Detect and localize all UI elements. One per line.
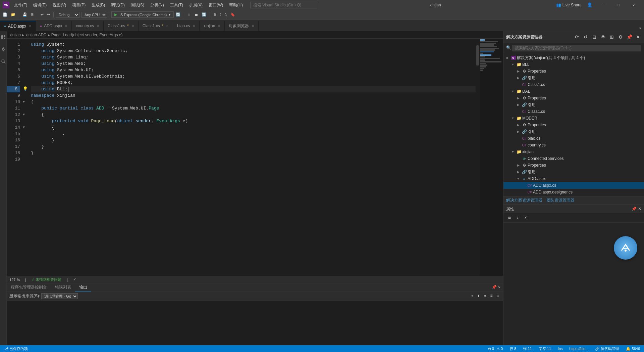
project-moder[interactable]: ▼ 📁 MODER bbox=[503, 115, 644, 122]
live-share-button[interactable]: 👥 Live Share bbox=[553, 3, 584, 7]
toolbar-open[interactable]: 📁 bbox=[9, 12, 17, 17]
se-sync-icon[interactable]: ⟳ bbox=[574, 34, 580, 40]
gutter-collapse-10[interactable]: ▼ bbox=[23, 99, 28, 105]
toolbar-stop[interactable]: ⏹ bbox=[193, 12, 200, 17]
global-search-input[interactable] bbox=[250, 2, 317, 8]
tab-pkg-mgr[interactable]: 程序包管理器控制台 bbox=[7, 283, 51, 292]
tab-close-8-icon[interactable]: ✕ bbox=[252, 24, 254, 28]
solution-explorer-link[interactable]: 解决方案资源管理器 bbox=[506, 197, 542, 203]
tab-obj-browser[interactable]: 对象浏览器 ✕ bbox=[225, 21, 259, 31]
tab-country-cs[interactable]: country.cs ✕ bbox=[72, 21, 104, 31]
menu-extensions[interactable]: 扩展(X) bbox=[186, 1, 205, 9]
tab-close-4-icon[interactable]: ✕ bbox=[131, 24, 134, 28]
toolbar-new-project[interactable]: 📄 bbox=[1, 12, 9, 17]
project-dal[interactable]: ▼ 📁 DAL bbox=[503, 88, 644, 95]
dal-references[interactable]: ▶ 🔗 引用 bbox=[503, 101, 644, 108]
menu-analyze[interactable]: 分析(N) bbox=[148, 1, 167, 9]
bll-references[interactable]: ▶ 🔗 引用 bbox=[503, 75, 644, 81]
tab-class1-cs-1[interactable]: Class1.cs* ✕ bbox=[104, 21, 139, 31]
platform-dropdown[interactable]: Any CPU bbox=[82, 12, 107, 18]
output-source-dropdown[interactable]: 源代码管理 - Git bbox=[41, 293, 78, 299]
collapse-icon-14[interactable]: ▼ bbox=[23, 124, 25, 131]
menu-file[interactable]: 文件(F) bbox=[11, 1, 30, 9]
toolbar-undo[interactable]: ↩ bbox=[39, 12, 45, 17]
dal-class1[interactable]: ▶ C# Class1.cs bbox=[503, 108, 644, 115]
tab-overflow-btn[interactable]: ▾ bbox=[639, 26, 644, 31]
bll-properties[interactable]: ▶ ⚙ Properties bbox=[503, 68, 644, 75]
debug-config-dropdown[interactable]: Debug Release bbox=[56, 12, 79, 18]
collapse-icon-12[interactable]: ▼ bbox=[23, 112, 25, 118]
menu-view[interactable]: 视图(V) bbox=[50, 1, 69, 9]
activity-search-icon[interactable] bbox=[0, 58, 7, 65]
scrollbar-thumb[interactable] bbox=[476, 45, 479, 65]
panel-pin-icon[interactable]: 📌 bbox=[492, 285, 497, 290]
menu-window[interactable]: 窗口(W) bbox=[206, 1, 226, 9]
menu-test[interactable]: 测试(S) bbox=[128, 1, 147, 9]
moder-properties[interactable]: ▶ ⚙ Properties bbox=[503, 122, 644, 128]
menu-help[interactable]: 帮助(H) bbox=[226, 1, 246, 9]
tab-error-list[interactable]: 错误列表 bbox=[51, 283, 75, 292]
xinjian-add-aspx-cs[interactable]: ▶ C# ADD.aspx.cs bbox=[503, 182, 644, 189]
tab-class1-cs-2[interactable]: Class1.cs* ✕ bbox=[139, 21, 173, 31]
toolbar-bookmark[interactable]: 🔖 bbox=[229, 12, 236, 17]
editor-scrollbar-v[interactable] bbox=[476, 39, 480, 276]
status-row[interactable]: 行 8 bbox=[508, 346, 518, 351]
properties-pin-icon[interactable]: 📌 bbox=[632, 207, 637, 211]
menu-build[interactable]: 生成(B) bbox=[89, 1, 108, 9]
tab-close-7-icon[interactable]: ✕ bbox=[218, 24, 220, 28]
menu-tools[interactable]: 工具(T) bbox=[167, 1, 186, 9]
tab-output[interactable]: 输出 bbox=[75, 283, 91, 292]
toolbar-git-3[interactable]: ⤵ bbox=[224, 12, 228, 17]
xinjian-properties[interactable]: ▶ ⚙ Properties bbox=[503, 162, 644, 169]
toolbar-redo[interactable]: ↪ bbox=[46, 12, 51, 17]
toolbar-refresh[interactable]: 🔄 bbox=[174, 12, 182, 17]
output-btn-3[interactable]: ⚙ bbox=[482, 293, 487, 299]
se-refresh-icon[interactable]: ↺ bbox=[582, 34, 589, 40]
se-settings-icon[interactable]: ⚙ bbox=[617, 34, 624, 40]
se-show-all-icon[interactable]: 👁 bbox=[600, 34, 606, 40]
moder-biao[interactable]: ▶ C# biao.cs bbox=[503, 135, 644, 142]
tab-close-5-icon[interactable]: ✕ bbox=[166, 24, 169, 28]
zoom-level[interactable]: 127 % bbox=[9, 278, 20, 282]
xinjian-add-aspx-designer[interactable]: ▶ C# ADD.aspx.designer.cs bbox=[503, 189, 644, 195]
properties-category-icon[interactable]: ⊞ bbox=[506, 215, 513, 221]
status-connected[interactable]: ⎇ 已保存的项 bbox=[3, 346, 29, 351]
gutter-collapse-12[interactable]: ▼ bbox=[23, 112, 28, 118]
status-url[interactable]: https://blo... bbox=[568, 347, 590, 351]
team-explorer-link[interactable]: 团队资源管理器 bbox=[546, 197, 575, 203]
bll-class1[interactable]: ▶ C# Class1.cs bbox=[503, 81, 644, 88]
se-pin-icon[interactable]: 📌 bbox=[626, 34, 633, 40]
toolbar-restart[interactable]: 🔃 bbox=[200, 12, 208, 17]
status-ins[interactable]: Ins bbox=[556, 347, 564, 351]
tab-close-icon[interactable]: ✕ bbox=[29, 24, 32, 28]
toolbar-pause[interactable]: ⏸ bbox=[186, 12, 193, 17]
se-collapse-icon[interactable]: ⊟ bbox=[591, 34, 598, 40]
properties-close-icon[interactable]: ✕ bbox=[638, 207, 641, 211]
status-errors[interactable]: ⊗ 0 ⚠ 0 bbox=[487, 347, 504, 351]
toolbar-save[interactable]: 💾 bbox=[21, 12, 29, 17]
tab-biao-cs[interactable]: biao.cs ✕ bbox=[173, 21, 200, 31]
output-btn-2[interactable]: ⬇ bbox=[476, 293, 481, 299]
xinjian-connected-services[interactable]: ▶ ⟳ Connected Services bbox=[503, 155, 644, 162]
moder-references[interactable]: ▶ 🔗 引用 bbox=[503, 128, 644, 135]
se-filter-icon[interactable]: ⊞ bbox=[608, 34, 615, 40]
output-btn-4[interactable]: ≡ bbox=[489, 293, 494, 299]
solution-root[interactable]: ▶ S 解决方案 'xinjian'(共 4 个项目, 共 4 个) bbox=[503, 54, 644, 61]
status-notifications[interactable]: 🔔 5646 bbox=[625, 347, 641, 351]
moder-country[interactable]: ▶ C# country.cs bbox=[503, 142, 644, 148]
toolbar-save-all[interactable]: ⊞ bbox=[29, 12, 35, 17]
menu-edit[interactable]: 编辑(E) bbox=[31, 1, 49, 9]
xinjian-add-aspx[interactable]: ▼ ≡ ADD.aspx bbox=[503, 175, 644, 182]
properties-sort-icon[interactable]: ↕ bbox=[514, 215, 521, 221]
dal-properties[interactable]: ▶ ⚙ Properties bbox=[503, 95, 644, 101]
project-bll[interactable]: ▼ 📁 BLL bbox=[503, 61, 644, 68]
tab-add-aspx-cs[interactable]: ● ADD.aspx ✕ bbox=[36, 21, 72, 31]
output-btn-1[interactable]: ⬆ bbox=[470, 293, 475, 299]
xinjian-references[interactable]: ▶ 🔗 引用 bbox=[503, 169, 644, 175]
minimize-button[interactable]: ─ bbox=[595, 0, 610, 10]
code-editor[interactable]: using System; using System.Collections.G… bbox=[28, 39, 476, 276]
toolbar-git-1[interactable]: ⊕ bbox=[212, 12, 218, 17]
project-xinjian[interactable]: ▼ 📁 xinjian bbox=[503, 148, 644, 155]
status-char[interactable]: 字符 11 bbox=[537, 346, 552, 351]
close-button[interactable]: ✕ bbox=[626, 0, 641, 10]
